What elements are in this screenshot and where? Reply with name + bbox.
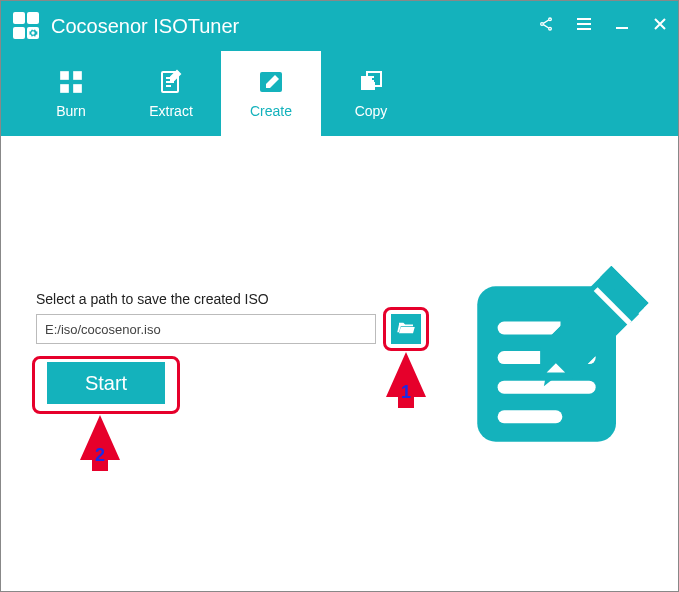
svg-rect-5 <box>60 84 69 93</box>
browse-button[interactable] <box>391 314 421 344</box>
svg-rect-4 <box>73 71 82 80</box>
svg-rect-6 <box>73 84 82 93</box>
minimize-icon[interactable] <box>614 16 630 36</box>
tab-extract[interactable]: Extract <box>121 51 221 136</box>
create-illustration-icon <box>468 266 653 455</box>
title-bar: Cocosenor ISOTuner <box>1 1 678 51</box>
tab-burn[interactable]: Burn <box>21 51 121 136</box>
app-logo-icon <box>13 12 41 40</box>
tab-label: Extract <box>149 103 193 119</box>
tabs-bar: Burn Extract Create Copy <box>1 51 678 136</box>
svg-rect-15 <box>498 410 563 423</box>
tab-label: Create <box>250 103 292 119</box>
folder-open-icon <box>397 320 415 338</box>
copy-icon <box>358 69 384 95</box>
tab-create[interactable]: Create <box>221 51 321 136</box>
content-area: Select a path to save the created ISO St… <box>1 136 678 591</box>
create-icon <box>258 69 284 95</box>
path-label: Select a path to save the created ISO <box>36 291 269 307</box>
menu-icon[interactable] <box>576 17 592 35</box>
extract-icon <box>159 69 183 95</box>
window-controls <box>538 1 668 51</box>
burn-icon <box>58 69 84 95</box>
svg-rect-3 <box>60 71 69 80</box>
tab-label: Burn <box>56 103 86 119</box>
path-input[interactable] <box>36 314 376 344</box>
close-icon[interactable] <box>652 16 668 36</box>
share-icon[interactable] <box>538 16 554 36</box>
svg-point-2 <box>549 27 552 30</box>
start-button[interactable]: Start <box>47 362 165 404</box>
tab-label: Copy <box>355 103 388 119</box>
svg-point-0 <box>549 18 552 21</box>
svg-point-1 <box>541 23 544 26</box>
app-title: Cocosenor ISOTuner <box>51 15 239 38</box>
tab-copy[interactable]: Copy <box>321 51 421 136</box>
